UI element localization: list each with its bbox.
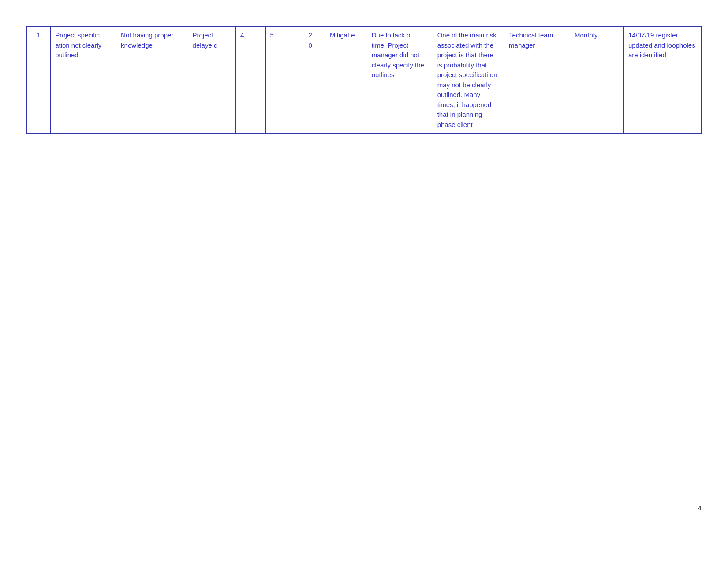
cell-date: 14/07/19 register updated and loopholes …: [623, 27, 701, 134]
cell-due: Due to lack of time, Project manager did…: [367, 27, 433, 134]
cell-monthly: Monthly: [570, 27, 624, 134]
cell-risk: One of the main risk associated with the…: [433, 27, 504, 134]
main-table: 1 Project specific ation not clearly out…: [26, 26, 702, 134]
cell-mitigate: Mitigat e: [325, 27, 367, 134]
page-container: 1 Project specific ation not clearly out…: [26, 26, 702, 511]
cell-col5: 5: [265, 27, 295, 134]
col20-bottom: 0: [300, 41, 321, 51]
cell-col4: 4: [235, 27, 265, 134]
cell-project-delayed: Project delaye d: [188, 27, 235, 134]
page-number: 4: [698, 504, 702, 511]
table-row: 1 Project specific ation not clearly out…: [27, 27, 702, 134]
cell-specification: Project specific ation not clearly outli…: [51, 27, 116, 134]
cell-knowledge: Not having proper knowledge: [116, 27, 188, 134]
cell-number: 1: [27, 27, 51, 134]
col20-top: 2: [300, 30, 321, 41]
cell-tech-team: Technical team manager: [504, 27, 570, 134]
cell-col20: 2 0: [295, 27, 325, 134]
